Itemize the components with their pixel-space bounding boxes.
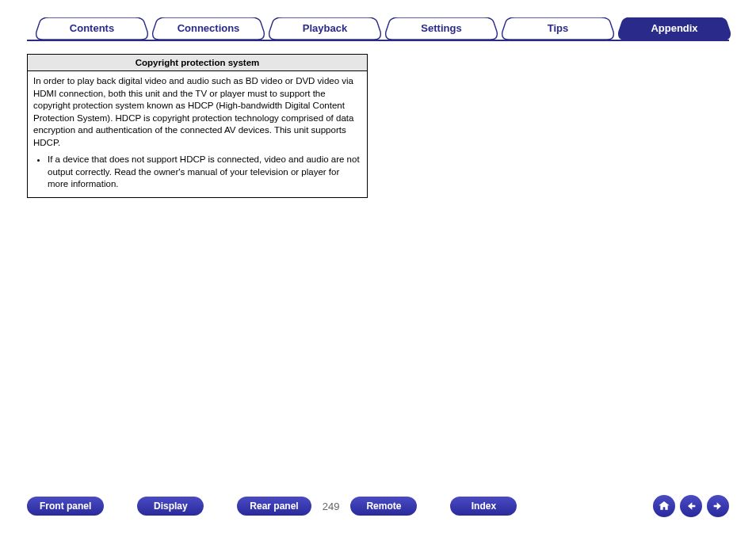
tab-contents[interactable]: Contents [33,17,151,40]
display-button[interactable]: Display [137,497,204,516]
copyright-box-body: In order to play back digital video and … [28,71,367,197]
tab-label: Playback [303,22,347,34]
prev-page-button[interactable] [680,495,702,517]
home-icon [658,500,670,512]
copyright-paragraph: In order to play back digital video and … [33,75,361,149]
copyright-box-title: Copyright protection system [28,55,367,71]
page-number: 249 [311,501,351,512]
bottom-bar: Front panel Display Rear panel 249 Remot… [27,495,729,517]
home-button[interactable] [653,495,675,517]
rear-panel-button[interactable]: Rear panel [237,497,311,516]
index-button[interactable]: Index [450,497,517,516]
copyright-box: Copyright protection system In order to … [27,54,368,198]
tab-playback[interactable]: Playback [266,17,384,40]
tab-label: Tips [548,22,569,34]
arrow-right-icon [712,500,724,512]
arrow-left-icon [685,500,697,512]
remote-button[interactable]: Remote [350,497,417,516]
tab-label: Appendix [651,22,697,34]
tab-label: Settings [421,22,461,34]
tab-label: Connections [178,22,240,34]
copyright-bullet: If a device that does not support HDCP i… [48,154,361,191]
tab-settings[interactable]: Settings [383,17,500,40]
front-panel-button[interactable]: Front panel [27,497,104,516]
tab-connections[interactable]: Connections [150,17,267,40]
top-tabs: Contents Connections Playback Settings T… [27,17,729,41]
tab-tips[interactable]: Tips [499,17,617,40]
next-page-button[interactable] [707,495,729,517]
tab-label: Contents [70,22,114,34]
tab-appendix[interactable]: Appendix [616,17,733,40]
